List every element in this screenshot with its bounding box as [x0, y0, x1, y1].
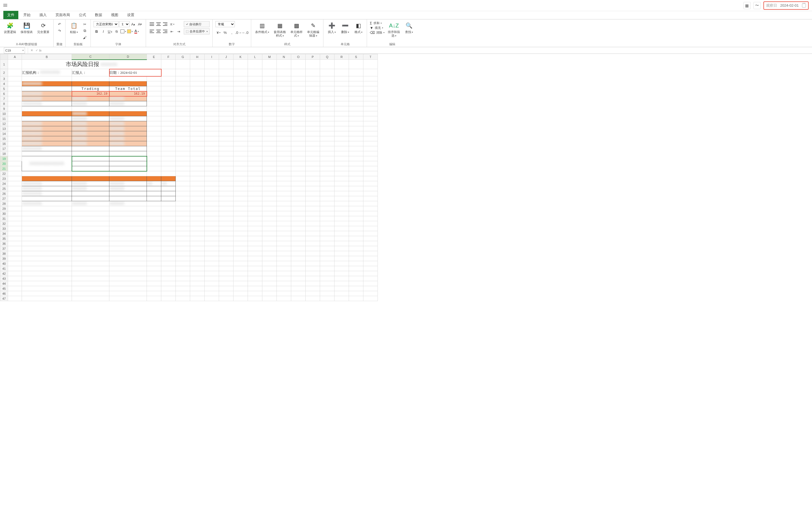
- cell[interactable]: [320, 256, 335, 261]
- cell[interactable]: [204, 91, 219, 96]
- cell[interactable]: [204, 181, 219, 186]
- paste-button[interactable]: 粘贴: [68, 21, 79, 35]
- cell[interactable]: [22, 146, 72, 151]
- cell[interactable]: [72, 156, 110, 161]
- cell[interactable]: [363, 106, 378, 111]
- cell[interactable]: [110, 276, 147, 281]
- cell[interactable]: [262, 296, 277, 301]
- cell[interactable]: [277, 266, 291, 271]
- cell[interactable]: [349, 141, 363, 146]
- row-header[interactable]: 40: [0, 261, 8, 266]
- cell[interactable]: [306, 246, 320, 251]
- cell[interactable]: [277, 60, 291, 69]
- cell[interactable]: [22, 211, 72, 216]
- cell[interactable]: [147, 186, 161, 191]
- cell[interactable]: [190, 291, 204, 296]
- cell[interactable]: [306, 226, 320, 231]
- cell[interactable]: [234, 261, 248, 266]
- cell[interactable]: [147, 271, 161, 276]
- border-button[interactable]: ▾: [120, 28, 126, 35]
- cell[interactable]: [349, 69, 363, 76]
- cell[interactable]: [161, 126, 176, 131]
- cell[interactable]: [248, 186, 262, 191]
- tab-file[interactable]: 文件: [3, 11, 18, 19]
- cell[interactable]: [320, 136, 335, 141]
- cell[interactable]: [110, 106, 147, 111]
- cell[interactable]: [277, 281, 291, 286]
- cell[interactable]: [8, 231, 22, 236]
- cell[interactable]: [161, 286, 176, 291]
- cell[interactable]: 162.19: [110, 91, 147, 96]
- cell[interactable]: [291, 141, 306, 146]
- col-header-C[interactable]: C: [72, 54, 110, 60]
- cell[interactable]: [248, 236, 262, 241]
- cell[interactable]: [147, 231, 161, 236]
- cell[interactable]: [72, 106, 110, 111]
- cell[interactable]: [190, 251, 204, 256]
- cell[interactable]: [320, 276, 335, 281]
- cell[interactable]: [234, 96, 248, 101]
- cell[interactable]: [363, 251, 378, 256]
- cell[interactable]: [248, 231, 262, 236]
- cell[interactable]: [335, 136, 349, 141]
- cell[interactable]: [320, 196, 335, 201]
- cell[interactable]: [176, 251, 190, 256]
- cell[interactable]: [22, 266, 72, 271]
- cell[interactable]: [22, 91, 72, 96]
- cell[interactable]: [110, 266, 147, 271]
- cell[interactable]: [147, 171, 161, 176]
- cell[interactable]: [110, 251, 147, 256]
- cell[interactable]: [204, 121, 219, 126]
- cell[interactable]: [147, 201, 161, 206]
- cell[interactable]: [248, 216, 262, 221]
- cell[interactable]: [363, 246, 378, 251]
- cell[interactable]: [234, 131, 248, 136]
- cell[interactable]: [234, 161, 248, 166]
- cell[interactable]: [277, 246, 291, 251]
- cell[interactable]: [291, 166, 306, 171]
- cell[interactable]: [248, 276, 262, 281]
- cell[interactable]: [110, 216, 147, 221]
- col-header-T[interactable]: T: [363, 54, 378, 60]
- tab-insert[interactable]: 插入: [36, 11, 51, 19]
- cell[interactable]: [277, 236, 291, 241]
- cell[interactable]: [204, 161, 219, 166]
- cell[interactable]: [190, 221, 204, 226]
- cell[interactable]: [161, 60, 176, 69]
- cell[interactable]: [219, 246, 234, 251]
- cell[interactable]: [349, 241, 363, 246]
- cell[interactable]: [204, 136, 219, 141]
- cell[interactable]: [176, 241, 190, 246]
- cell[interactable]: [363, 226, 378, 231]
- cell[interactable]: [72, 206, 110, 211]
- cell[interactable]: [277, 181, 291, 186]
- cell[interactable]: [349, 181, 363, 186]
- cell[interactable]: [349, 211, 363, 216]
- cell[interactable]: [349, 76, 363, 81]
- cell[interactable]: [234, 251, 248, 256]
- col-header-F[interactable]: F: [161, 54, 176, 60]
- cell[interactable]: [176, 96, 190, 101]
- cell[interactable]: [277, 251, 291, 256]
- cell[interactable]: [110, 271, 147, 276]
- cell[interactable]: [363, 116, 378, 121]
- cell[interactable]: [190, 246, 204, 251]
- cell[interactable]: [219, 206, 234, 211]
- cell[interactable]: [110, 211, 147, 216]
- bold-button[interactable]: B: [94, 28, 100, 35]
- cell[interactable]: [277, 296, 291, 301]
- row-header[interactable]: 16: [0, 141, 8, 146]
- cell[interactable]: [248, 116, 262, 121]
- cell[interactable]: [335, 176, 349, 181]
- cell[interactable]: [320, 131, 335, 136]
- cell[interactable]: [22, 201, 72, 206]
- currency-button[interactable]: ¥▾: [215, 29, 221, 36]
- cell[interactable]: [277, 166, 291, 171]
- cell[interactable]: [147, 146, 161, 151]
- cell[interactable]: [8, 131, 22, 136]
- cell[interactable]: [219, 171, 234, 176]
- cell[interactable]: [161, 166, 176, 171]
- col-header-S[interactable]: S: [349, 54, 363, 60]
- cell[interactable]: [349, 136, 363, 141]
- cell[interactable]: [277, 221, 291, 226]
